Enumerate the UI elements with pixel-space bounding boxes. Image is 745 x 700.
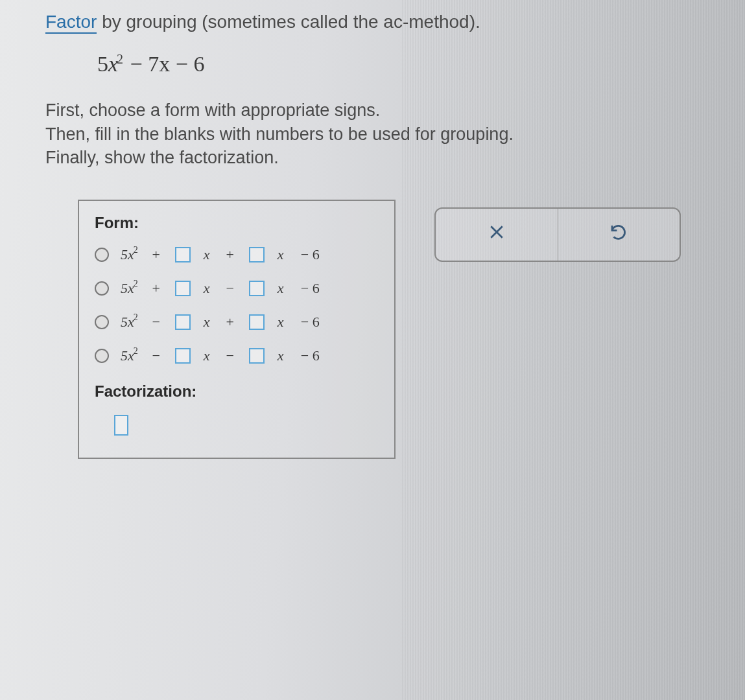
option-3-sign-1: − — [150, 314, 162, 331]
undo-button[interactable] — [558, 209, 680, 261]
undo-icon — [609, 222, 628, 246]
option-4-sign-2: − — [224, 347, 236, 364]
option-2-sign-1: + — [150, 280, 162, 297]
x-var: x — [278, 280, 287, 297]
form-option-4: 5x2 − x − x − 6 — [95, 347, 379, 364]
option-2-blank-2[interactable] — [249, 281, 265, 296]
form-panel: Form: 5x2 + x + x − 6 5x2 + x − — [78, 200, 396, 459]
radio-option-2[interactable] — [95, 281, 109, 296]
option-tail: − 6 — [301, 347, 320, 364]
instructions-block: First, choose a form with appropriate si… — [45, 99, 700, 169]
x-var: x — [278, 314, 287, 331]
x-var: x — [278, 347, 287, 364]
option-1-blank-2[interactable] — [249, 247, 265, 262]
option-3-sign-2: + — [224, 314, 236, 331]
intro-rest: by grouping (sometimes called the ac-met… — [97, 12, 480, 32]
lead-term: 5x2 — [121, 314, 139, 331]
eq-coef: 5 — [97, 52, 108, 76]
x-var: x — [204, 347, 213, 364]
instructions-line-2: Then, fill in the blanks with numbers to… — [45, 122, 700, 146]
problem-equation: 5x2 − 7x − 6 — [97, 52, 700, 76]
factor-link[interactable]: Factor — [45, 12, 97, 34]
option-1-blank-1[interactable] — [175, 247, 191, 262]
lead-term: 5x2 — [121, 246, 139, 263]
option-tail: − 6 — [301, 314, 320, 331]
form-option-1: 5x2 + x + x − 6 — [95, 246, 379, 263]
clear-button[interactable] — [436, 209, 558, 261]
radio-option-1[interactable] — [95, 248, 109, 262]
option-1-sign-1: + — [150, 246, 162, 263]
instructions-line-3: Finally, show the factorization. — [45, 146, 700, 169]
option-3-blank-2[interactable] — [249, 314, 265, 330]
lead-term: 5x2 — [121, 280, 139, 297]
x-var: x — [204, 280, 213, 297]
form-title: Form: — [95, 214, 379, 232]
option-2-sign-2: − — [224, 280, 236, 297]
option-4-blank-2[interactable] — [249, 348, 265, 364]
lead-term: 5x2 — [121, 347, 139, 364]
factorization-title: Factorization: — [95, 382, 379, 401]
factorization-input[interactable] — [114, 415, 128, 436]
eq-rest: − 7x − 6 — [124, 52, 204, 76]
x-var: x — [278, 246, 287, 263]
problem-intro: Factor by grouping (sometimes called the… — [45, 12, 700, 32]
action-panel — [434, 207, 681, 262]
option-4-blank-1[interactable] — [175, 348, 191, 364]
option-tail: − 6 — [301, 246, 320, 263]
eq-superscript: 2 — [117, 52, 123, 66]
radio-option-3[interactable] — [95, 315, 109, 329]
option-1-sign-2: + — [224, 246, 236, 263]
option-4-sign-1: − — [150, 347, 162, 364]
x-icon — [487, 222, 506, 246]
option-2-blank-1[interactable] — [175, 281, 191, 296]
instructions-line-1: First, choose a form with appropriate si… — [45, 99, 700, 122]
radio-option-4[interactable] — [95, 349, 109, 363]
option-tail: − 6 — [301, 280, 320, 297]
x-var: x — [204, 314, 213, 331]
form-option-3: 5x2 − x + x − 6 — [95, 314, 379, 331]
x-var: x — [204, 246, 213, 263]
form-option-2: 5x2 + x − x − 6 — [95, 280, 379, 297]
option-3-blank-1[interactable] — [175, 314, 191, 330]
